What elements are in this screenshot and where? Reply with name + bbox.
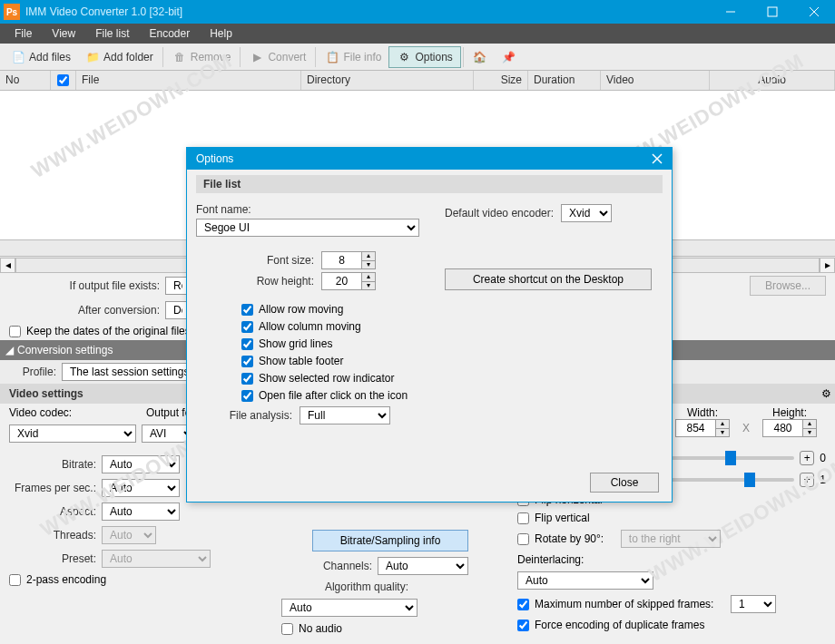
- advanced-gear-icon[interactable]: ⚙: [817, 385, 835, 403]
- file-analysis-label: File analysis:: [196, 409, 292, 422]
- pin-icon: 📌: [502, 50, 516, 64]
- window-title: IMM Video Converter 1.0 [32-bit]: [25, 5, 710, 18]
- options-dialog: Options File list Font name: Segoe UI Fo…: [186, 147, 673, 503]
- rotate-checkbox[interactable]: [517, 533, 529, 545]
- menu-view[interactable]: View: [43, 25, 84, 42]
- height-spinner[interactable]: ▴▾: [762, 419, 817, 437]
- show-table-footer-checkbox[interactable]: [241, 356, 253, 367]
- remove-icon: 🗑: [172, 50, 187, 64]
- if-exists-label: If output file exists:: [9, 279, 160, 292]
- show-selected-row-checkbox[interactable]: [241, 373, 253, 385]
- show-grid-lines-checkbox[interactable]: [241, 338, 253, 350]
- select-all-checkbox[interactable]: [57, 74, 69, 86]
- col-audio[interactable]: Audio: [710, 71, 835, 90]
- home-button[interactable]: 🏠: [466, 47, 495, 67]
- col-no[interactable]: No: [0, 71, 51, 90]
- profile-label: Profile:: [9, 366, 56, 378]
- keep-dates-checkbox[interactable]: [9, 326, 21, 337]
- scroll-right-icon[interactable]: ▸: [820, 258, 835, 273]
- threads-select: Auto: [102, 526, 156, 544]
- table-header: No File Directory Size Duration Video Au…: [0, 71, 835, 91]
- plus-icon[interactable]: +: [800, 451, 814, 465]
- minimize-button[interactable]: [710, 0, 752, 24]
- col-size[interactable]: Size: [474, 71, 528, 90]
- convert-button[interactable]: ▶Convert: [242, 47, 313, 67]
- allow-column-moving-checkbox[interactable]: [241, 321, 253, 333]
- no-audio-checkbox[interactable]: [281, 623, 293, 635]
- options-button[interactable]: ⚙Options: [388, 46, 460, 68]
- file-analysis-select[interactable]: Full: [300, 406, 390, 424]
- gear-icon: ⚙: [397, 50, 411, 64]
- remove-button[interactable]: 🗑Remove: [165, 47, 239, 67]
- convert-icon: ▶: [250, 50, 264, 64]
- menu-filelist[interactable]: File list: [86, 25, 138, 42]
- add-files-button[interactable]: 📄Add files: [4, 47, 78, 67]
- font-size-spinner[interactable]: ▴▾: [321, 251, 376, 269]
- bitrate-label: Bitrate:: [9, 458, 96, 471]
- video-codec-label: Video codec:: [9, 406, 141, 419]
- height-label: Height:: [762, 406, 817, 419]
- menu-file[interactable]: File: [5, 25, 41, 42]
- col-directory[interactable]: Directory: [301, 71, 474, 90]
- profile-select[interactable]: The last session settings: [62, 363, 207, 381]
- home-icon: 🏠: [473, 50, 487, 64]
- pin-button[interactable]: 📌: [495, 47, 524, 67]
- open-file-click-checkbox[interactable]: [241, 390, 253, 402]
- deinterlacing-select[interactable]: Auto: [517, 571, 653, 590]
- preset-select: Auto: [102, 550, 211, 568]
- max-skip-select[interactable]: 1: [731, 595, 776, 613]
- dialog-close-icon[interactable]: [648, 150, 666, 168]
- close-button[interactable]: [793, 0, 835, 24]
- create-shortcut-button[interactable]: Create shortcut on the Desktop: [445, 268, 652, 290]
- add-file-icon: 📄: [11, 50, 25, 64]
- menu-bar: File View File list Encoder Help: [0, 24, 835, 44]
- add-folder-button[interactable]: 📁Add folder: [78, 47, 161, 67]
- menu-encoder[interactable]: Encoder: [140, 25, 199, 42]
- aspect-label: Aspect:: [9, 505, 96, 518]
- scroll-left-icon[interactable]: ◂: [0, 258, 15, 273]
- collapse-icon: ◢: [5, 344, 14, 356]
- row-height-label: Row height:: [196, 275, 314, 288]
- default-encoder-label: Default video encoder:: [445, 207, 554, 220]
- svg-rect-1: [768, 7, 777, 16]
- algorithm-quality-select[interactable]: Auto: [281, 599, 418, 617]
- file-info-button[interactable]: 📋File info: [318, 47, 388, 67]
- fps-select[interactable]: Auto: [102, 479, 180, 497]
- deinterlacing-label: Deinterlacing:: [517, 553, 584, 566]
- width-spinner[interactable]: ▴▾: [675, 419, 730, 437]
- allow-row-moving-checkbox[interactable]: [241, 304, 253, 316]
- bitrate-select[interactable]: Auto: [102, 455, 180, 473]
- default-encoder-select[interactable]: Xvid: [561, 204, 612, 222]
- threads-label: Threads:: [9, 529, 96, 542]
- toolbar: 📄Add files 📁Add folder 🗑Remove ▶Convert …: [0, 44, 835, 71]
- flip-vertical-checkbox[interactable]: [517, 512, 529, 524]
- width-label: Width:: [675, 406, 730, 419]
- font-size-label: Font size:: [196, 254, 314, 267]
- app-icon: Ps: [4, 4, 20, 20]
- col-duration[interactable]: Duration: [528, 71, 601, 90]
- maximize-button[interactable]: [752, 0, 793, 24]
- col-check[interactable]: [51, 71, 76, 90]
- after-conversion-label: After conversion:: [9, 304, 160, 317]
- max-skip-checkbox[interactable]: [517, 599, 529, 610]
- dialog-close-button[interactable]: Close: [590, 473, 659, 493]
- font-name-label: Font name:: [196, 203, 251, 216]
- browse-button[interactable]: Browse...: [750, 276, 826, 296]
- col-file[interactable]: File: [76, 71, 301, 90]
- row-height-spinner[interactable]: ▴▾: [321, 272, 376, 290]
- channels-select[interactable]: Auto: [378, 557, 468, 575]
- dialog-title: Options: [196, 152, 233, 165]
- preset-label: Preset:: [9, 552, 96, 565]
- video-codec-select[interactable]: Xvid: [9, 424, 136, 443]
- aspect-select[interactable]: Auto: [102, 503, 180, 521]
- channels-label: Channels:: [281, 560, 372, 572]
- font-name-select[interactable]: Segoe UI: [196, 219, 419, 237]
- title-bar: Ps IMM Video Converter 1.0 [32-bit]: [0, 0, 835, 24]
- two-pass-checkbox[interactable]: [9, 574, 21, 586]
- col-video[interactable]: Video: [601, 71, 710, 90]
- fps-label: Frames per sec.:: [9, 482, 96, 494]
- menu-help[interactable]: Help: [201, 25, 241, 42]
- plus-icon[interactable]: +: [800, 473, 814, 487]
- force-dup-checkbox[interactable]: [517, 620, 529, 631]
- bitrate-sampling-button[interactable]: Bitrate/Sampling info: [312, 530, 469, 551]
